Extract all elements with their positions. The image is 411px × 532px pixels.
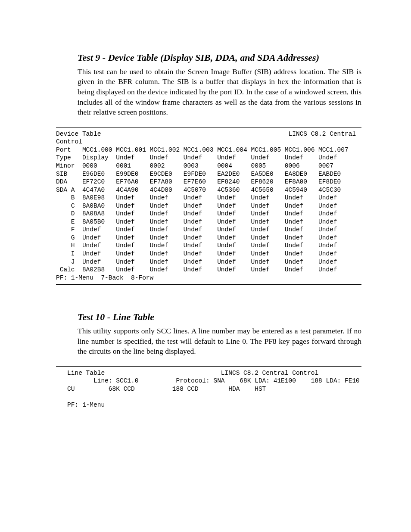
section-1-title: Test 9 - Device Table (Display SIB, DDA,… [78,51,361,64]
section-2-paragraph: This utility supports only SCC lines. A … [78,326,361,357]
line-table-terminal: Line Table LINCS C8.2 Central Control Li… [56,366,361,412]
section-1-paragraph: This test can be used to obtain the Scre… [78,67,361,118]
page-top-rule [56,26,361,26]
device-table-terminal: Device Table LINCS C8.2 Central Control … [56,127,361,285]
section-2-title: Test 10 - Line Table [78,311,361,324]
